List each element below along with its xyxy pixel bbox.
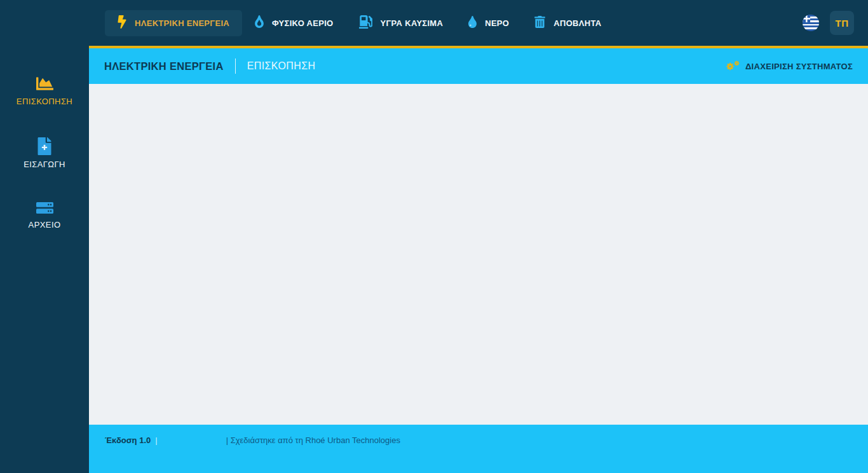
tab-label: ΦΥΣΙΚΟ ΑΕΡΙΟ <box>272 18 333 28</box>
tab-label: ΥΓΡΑ ΚΑΥΣΙΜΑ <box>381 18 444 28</box>
sidebar: ΕΠΙΣΚΟΠΗΣΗ ΕΙΣΑΓΩΓΗ ΑΡΧΕΙΟ <box>0 0 89 473</box>
gears-icon <box>726 60 740 73</box>
tab-electric-energy[interactable]: ΗΛΕΚΤΡΙΚΗ ΕΝΕΡΓΕΙΑ <box>105 10 242 36</box>
user-avatar-button[interactable]: ΤΠ <box>830 11 854 35</box>
tab-water[interactable]: ΝΕΡΟ <box>456 10 522 36</box>
main-content-area <box>89 84 868 425</box>
area-chart-icon <box>36 75 53 92</box>
version-label: Έκδοση 1.0 <box>105 435 151 445</box>
fuel-pump-icon <box>359 15 372 31</box>
system-admin-label: ΔΙΑΧΕΙΡΙΣΗ ΣΥΣΤΗΜΑΤΟΣ <box>745 62 853 71</box>
sidebar-item-import[interactable]: ΕΙΣΑΓΩΓΗ <box>0 137 89 170</box>
tab-waste[interactable]: ΑΠΟΒΛΗΤΑ <box>522 10 614 36</box>
server-icon <box>36 200 53 216</box>
tab-label: ΝΕΡΟ <box>485 18 509 28</box>
utility-tabs: ΗΛΕΚΤΡΙΚΗ ΕΝΕΡΓΕΙΑ ΦΥΣΙΚΟ ΑΕΡΙΟ ΥΓΡΑ ΚΑΥ… <box>105 0 614 46</box>
page-header: ΗΛΕΚΤΡΙΚΗ ΕΝΕΡΓΕΙΑ ΕΠΙΣΚΟΠΗΣΗ <box>89 48 868 84</box>
footer-separator: | <box>155 435 157 445</box>
file-plus-icon <box>37 137 51 155</box>
gas-drop-icon <box>255 15 264 31</box>
sidebar-item-label: ΕΙΣΑΓΩΓΗ <box>24 160 65 170</box>
tab-label: ΗΛΕΚΤΡΙΚΗ ΕΝΕΡΓΕΙΑ <box>135 18 229 28</box>
page-title: ΗΛΕΚΤΡΙΚΗ ΕΝΕΡΓΕΙΑ <box>104 60 224 72</box>
tab-label: ΑΠΟΒΛΗΤΑ <box>553 18 601 28</box>
footer: Έκδοση 1.0 | | Σχεδιάστηκε από τη Rhoé U… <box>89 425 868 473</box>
sidebar-item-label: ΑΡΧΕΙΟ <box>29 220 61 230</box>
lightning-bolt-icon <box>118 15 126 31</box>
nav-right-controls: ΤΠ <box>803 11 854 35</box>
breadcrumb: ΕΠΙΣΚΟΠΗΣΗ <box>247 60 316 72</box>
sidebar-item-label: ΕΠΙΣΚΟΠΗΣΗ <box>17 97 72 107</box>
system-admin-link[interactable]: ΔΙΑΧΕΙΡΙΣΗ ΣΥΣΤΗΜΑΤΟΣ <box>726 60 853 73</box>
water-drop-icon <box>468 16 477 31</box>
designer-credit: | Σχεδιάστηκε από τη Rhoé Urban Technolo… <box>226 435 400 445</box>
greek-flag-icon[interactable] <box>803 15 819 31</box>
top-navigation: ΗΛΕΚΤΡΙΚΗ ΕΝΕΡΓΕΙΑ ΦΥΣΙΚΟ ΑΕΡΙΟ ΥΓΡΑ ΚΑΥ… <box>89 0 868 46</box>
sidebar-item-archive[interactable]: ΑΡΧΕΙΟ <box>0 200 89 230</box>
sidebar-item-overview[interactable]: ΕΠΙΣΚΟΠΗΣΗ <box>0 75 89 107</box>
tab-liquid-fuels[interactable]: ΥΓΡΑ ΚΑΥΣΙΜΑ <box>346 10 456 36</box>
tab-natural-gas[interactable]: ΦΥΣΙΚΟ ΑΕΡΙΟ <box>242 10 346 36</box>
breadcrumb-divider <box>235 58 236 74</box>
trash-icon <box>534 16 545 31</box>
